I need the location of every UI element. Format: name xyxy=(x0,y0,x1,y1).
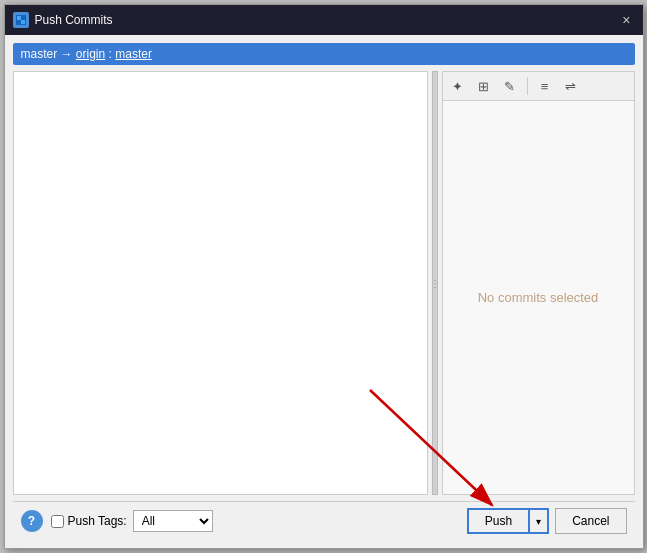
help-button[interactable]: ? xyxy=(21,510,43,532)
commits-panel xyxy=(13,71,428,495)
push-commits-dialog: Push Commits × master → origin : master … xyxy=(4,4,644,549)
details-toolbar: ✦ ⊞ ✎ ≡ ⇌ xyxy=(443,72,634,101)
branch-separator: : xyxy=(105,47,115,61)
swap-toolbar-button[interactable]: ⇌ xyxy=(560,75,582,97)
edit-toolbar-button[interactable]: ✎ xyxy=(499,75,521,97)
source-branch: master xyxy=(21,47,58,61)
title-bar: Push Commits × xyxy=(5,5,643,35)
push-tags-text: Push Tags: xyxy=(68,514,127,528)
branch-bar: master → origin : master xyxy=(13,43,635,65)
footer: ? Push Tags: All None Selected Push ▾ Ca… xyxy=(13,501,635,540)
no-commits-text: No commits selected xyxy=(478,290,599,305)
dialog-title: Push Commits xyxy=(35,13,619,27)
push-tags-select[interactable]: All None Selected xyxy=(133,510,213,532)
close-button[interactable]: × xyxy=(618,13,634,27)
resize-handle[interactable] xyxy=(432,71,438,495)
dialog-content: master → origin : master ✦ ⊞ ✎ ≡ xyxy=(5,35,643,548)
svg-rect-2 xyxy=(21,20,25,24)
grid-toolbar-button[interactable]: ⊞ xyxy=(473,75,495,97)
toolbar-separator xyxy=(527,77,528,95)
app-icon xyxy=(13,12,29,28)
branch-arrow: → xyxy=(57,47,76,61)
main-panels: ✦ ⊞ ✎ ≡ ⇌ No commits selected xyxy=(13,71,635,495)
details-panel: ✦ ⊞ ✎ ≡ ⇌ No commits selected xyxy=(442,71,635,495)
push-button-group: Push ▾ xyxy=(467,508,549,534)
footer-right: Push ▾ Cancel xyxy=(467,508,627,534)
push-tags-label[interactable]: Push Tags: xyxy=(51,514,127,528)
push-button[interactable]: Push xyxy=(467,508,528,534)
details-content: No commits selected xyxy=(443,101,634,494)
svg-rect-1 xyxy=(17,16,21,20)
remote-link[interactable]: origin xyxy=(76,47,105,61)
align-toolbar-button[interactable]: ≡ xyxy=(534,75,556,97)
add-toolbar-button[interactable]: ✦ xyxy=(447,75,469,97)
push-tags-checkbox[interactable] xyxy=(51,515,64,528)
push-tags-section: Push Tags: All None Selected xyxy=(51,510,459,532)
cancel-button[interactable]: Cancel xyxy=(555,508,626,534)
push-dropdown-button[interactable]: ▾ xyxy=(528,508,549,534)
target-branch[interactable]: master xyxy=(115,47,152,61)
